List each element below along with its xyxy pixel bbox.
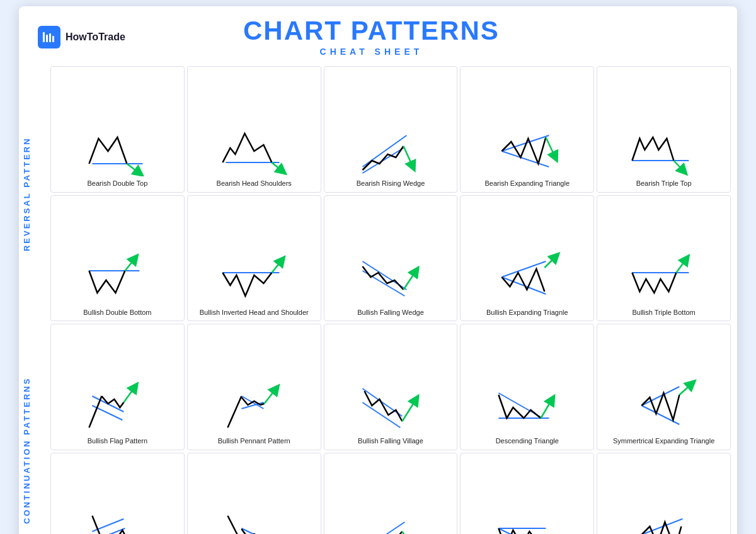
page: HowToTrade CHART PATTERNS CHEAT SHEET RE… bbox=[19, 6, 737, 534]
sym-expanding-bear-cell: Symmertrical Expanding Triangle bbox=[597, 453, 731, 534]
bullish-falling-wedge-label: Bullish Falling Wedge bbox=[357, 308, 424, 317]
svg-line-65 bbox=[227, 516, 241, 534]
bullish-expanding-triangle-cell: Bullish Expanding Triagnle bbox=[460, 195, 594, 322]
svg-line-58 bbox=[680, 383, 692, 395]
bullish-triple-bottom-svg bbox=[600, 249, 728, 305]
svg-line-41 bbox=[123, 387, 135, 402]
main-title: CHART PATTERNS bbox=[138, 18, 605, 44]
bearish-flag-svg bbox=[54, 506, 181, 534]
pattern-row-3: Bullish Flag Pattern Bullish Pennant Pat… bbox=[50, 324, 731, 450]
bullish-flag-svg bbox=[54, 377, 181, 434]
content: REVERSAL PATTERN CONTINUATION PATTERNS B… bbox=[19, 63, 737, 534]
svg-line-25 bbox=[272, 260, 282, 273]
sym-expanding-bull-svg bbox=[600, 377, 728, 434]
svg-line-49 bbox=[362, 402, 400, 428]
descending-triangle-bear-svg bbox=[463, 506, 591, 534]
svg-line-5 bbox=[127, 164, 139, 173]
svg-line-19 bbox=[674, 161, 684, 171]
bullish-falling-village-svg bbox=[327, 377, 455, 434]
bearish-rising-wedge-label: Bearish Rising Wedge bbox=[357, 179, 425, 188]
bearish-head-shoulders-svg bbox=[190, 120, 318, 176]
bearish-rising-wedge-svg bbox=[327, 120, 455, 176]
bullish-double-bottom-cell: Bullish Double Bottom bbox=[50, 195, 185, 322]
bullish-ihs-label: Bullish Inverted Head and Shoulder bbox=[200, 308, 309, 317]
svg-line-36 bbox=[677, 259, 687, 273]
logo-svg bbox=[42, 30, 57, 45]
svg-line-29 bbox=[403, 271, 416, 290]
sym-expanding-bull-cell: Symmertrical Expanding Triangle bbox=[597, 324, 731, 450]
bullish-pennant-svg bbox=[190, 377, 318, 434]
descending-triangle-bear-cell: Descending Triangle bbox=[460, 453, 594, 534]
reversal-label: REVERSAL PATTERN bbox=[22, 66, 50, 322]
bullish-falling-village-label: Bullish Falling Village bbox=[358, 436, 423, 445]
svg-line-46 bbox=[264, 389, 276, 404]
bearish-expanding-triangle-cell: Bearish Expanding Triangle bbox=[460, 66, 594, 193]
bearish-expanding-triangle-svg bbox=[463, 120, 591, 176]
bearish-pennant-svg bbox=[190, 506, 318, 534]
pattern-row-1: Bearish Double Top Bearish Head Shoulder… bbox=[50, 66, 731, 193]
svg-line-40 bbox=[89, 396, 101, 428]
svg-line-8 bbox=[272, 162, 282, 171]
bullish-triple-bottom-cell: Bullish Triple Bottom bbox=[597, 195, 731, 322]
svg-rect-1 bbox=[46, 35, 48, 42]
bullish-double-bottom-label: Bullish Double Bottom bbox=[83, 308, 151, 317]
svg-line-43 bbox=[227, 396, 241, 428]
bearish-rising-wedge2-cell: Bearish Rising Wedge bbox=[324, 453, 458, 534]
bearish-expanding-triangle-label: Bearish Expanding Triangle bbox=[485, 179, 570, 188]
descending-triangle-bull-cell: Descending Triangle bbox=[460, 324, 594, 450]
continuation-label: CONTINUATION PATTERNS bbox=[22, 322, 50, 534]
svg-line-75 bbox=[499, 528, 543, 534]
pattern-row-2: Bullish Double Bottom Bullish Inverted H… bbox=[50, 195, 731, 322]
descending-triangle-bull-svg bbox=[463, 377, 591, 434]
bullish-falling-village-cell: Bullish Falling Village bbox=[324, 324, 458, 450]
svg-line-12 bbox=[403, 146, 413, 167]
svg-line-33 bbox=[545, 256, 556, 268]
bullish-expanding-triangle-svg bbox=[463, 249, 591, 305]
svg-line-70 bbox=[362, 522, 404, 534]
bearish-head-shoulders-label: Bearish Head Shoulders bbox=[217, 179, 292, 188]
logo-text: HowToTrade bbox=[66, 31, 125, 43]
bearish-double-top-label: Bearish Double Top bbox=[87, 179, 147, 188]
header: HowToTrade CHART PATTERNS CHEAT SHEET bbox=[19, 6, 737, 63]
bullish-falling-wedge-cell: Bullish Falling Wedge bbox=[324, 195, 458, 322]
svg-line-72 bbox=[402, 531, 415, 534]
pattern-row-4: Bearish Flag Pattern Bearish Pennant Pat… bbox=[50, 453, 731, 534]
svg-rect-2 bbox=[49, 33, 51, 42]
grid-area: Bearish Double Top Bearish Head Shoulder… bbox=[50, 66, 731, 534]
title-area: CHART PATTERNS CHEAT SHEET bbox=[138, 18, 605, 57]
bearish-rising-wedge2-svg bbox=[327, 506, 455, 534]
bearish-pennant-cell: Bearish Pennant Pattern bbox=[187, 453, 321, 534]
svg-line-22 bbox=[125, 258, 135, 271]
side-labels: REVERSAL PATTERN CONTINUATION PATTERNS bbox=[22, 66, 50, 534]
bearish-triple-top-label: Bearish Triple Top bbox=[636, 179, 692, 188]
bullish-falling-wedge-svg bbox=[327, 249, 455, 305]
bearish-triple-top-svg bbox=[600, 120, 728, 176]
svg-line-54 bbox=[541, 399, 553, 418]
bearish-flag-cell: Bearish Flag Pattern bbox=[50, 453, 185, 534]
bearish-head-shoulders-cell: Bearish Head Shoulders bbox=[187, 66, 321, 193]
bullish-pennant-label: Bullish Pennant Pattern bbox=[218, 436, 290, 445]
bullish-triple-bottom-label: Bullish Triple Bottom bbox=[632, 308, 695, 317]
sym-expanding-bear-svg bbox=[600, 506, 728, 534]
logo-icon bbox=[38, 26, 60, 48]
bullish-flag-label: Bullish Flag Pattern bbox=[88, 436, 147, 445]
bullish-ihs-svg bbox=[190, 249, 318, 305]
sym-expanding-bull-label: Symmertrical Expanding Triangle bbox=[613, 436, 714, 445]
svg-line-16 bbox=[546, 137, 556, 157]
bullish-pennant-cell: Bullish Pennant Pattern bbox=[187, 324, 321, 450]
bearish-double-top-cell: Bearish Double Top bbox=[50, 66, 185, 193]
bearish-rising-wedge-cell: Bearish Rising Wedge bbox=[324, 66, 458, 193]
bearish-triple-top-cell: Bearish Triple Top bbox=[597, 66, 731, 193]
logo-area: HowToTrade bbox=[38, 26, 125, 48]
descending-triangle-bull-label: Descending Triangle bbox=[496, 436, 559, 445]
bullish-expanding-triangle-label: Bullish Expanding Triagnle bbox=[486, 308, 568, 317]
svg-rect-3 bbox=[52, 36, 54, 42]
bullish-flag-cell: Bullish Flag Pattern bbox=[50, 324, 185, 450]
sub-title: CHEAT SHEET bbox=[138, 47, 605, 57]
svg-rect-0 bbox=[43, 32, 45, 42]
bearish-double-top-svg bbox=[54, 120, 181, 176]
bullish-ihs-cell: Bullish Inverted Head and Shoulder bbox=[187, 195, 321, 322]
svg-line-50 bbox=[402, 399, 416, 421]
bullish-double-bottom-svg bbox=[54, 249, 181, 305]
